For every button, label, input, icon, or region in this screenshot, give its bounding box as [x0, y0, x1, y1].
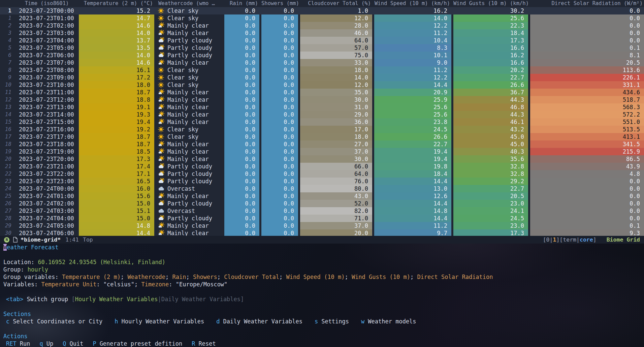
- grid-row[interactable]: 212023-07-23T21:0017.4Partly cloudy0.00.…: [0, 163, 644, 170]
- cell-windgusts: 22.3: [453, 22, 528, 29]
- switch-group-line[interactable]: <tab> Switch group [Hourly Weather Varia…: [3, 295, 641, 303]
- cell-windgusts: 20.5: [453, 192, 528, 200]
- line-number: 12: [0, 96, 15, 103]
- line-number: 7: [0, 59, 15, 66]
- grid-row[interactable]: 272023-07-24T03:0015.1Overcast0.00.082.0…: [0, 207, 644, 215]
- cell-cloudcover: 64.0: [300, 37, 372, 44]
- grid-row[interactable]: 172023-07-23T17:0018.7Clear sky0.00.018.…: [0, 133, 644, 140]
- weathercode-label: Mainly clear: [167, 22, 209, 29]
- line-number: 1: [0, 7, 15, 14]
- group-tab-daily[interactable]: Daily Weather Variables: [161, 296, 240, 303]
- grid-row[interactable]: 302023-07-24T06:0014.4Mainly clear0.00.0…: [0, 229, 644, 236]
- grid-row[interactable]: 92023-07-23T09:0017.2Clear sky0.00.014.0…: [0, 74, 644, 81]
- grid-row[interactable]: 262023-07-24T02:0015.0Partly cloudy0.00.…: [0, 200, 644, 207]
- grid-row[interactable]: 292023-07-24T05:0014.8Mainly clear0.00.0…: [0, 222, 644, 229]
- action-item-q[interactable]: QQuit: [63, 340, 83, 347]
- section-item-w[interactable]: wWeather models: [361, 318, 416, 325]
- column-header-time[interactable]: Time (iso8601): [17, 0, 77, 7]
- section-item-d[interactable]: dDaily Weather Variables: [216, 318, 302, 325]
- grid-row[interactable]: 282023-07-24T04:0015.0Partly cloudy0.00.…: [0, 215, 644, 222]
- grid-row[interactable]: 192023-07-23T19:0018.5Mainly clear0.00.0…: [0, 148, 644, 155]
- grid-row[interactable]: 22023-07-23T02:0014.6Mainly clear0.00.02…: [0, 22, 644, 29]
- cell-showers: 0.0: [261, 185, 298, 192]
- location-label: Location:: [3, 259, 34, 265]
- grid-row[interactable]: 62023-07-23T06:0014.0Partly cloudy0.00.0…: [0, 52, 644, 59]
- line-number: 19: [0, 148, 15, 155]
- grid-row[interactable]: 222023-07-23T22:0017.1Partly cloudy0.00.…: [0, 170, 644, 178]
- grid-row[interactable]: 162023-07-23T16:0019.2Clear sky0.00.017.…: [0, 126, 644, 133]
- cell-windspeed: 11.2: [374, 66, 451, 74]
- cell-time: 2023-07-23T05:00: [17, 44, 77, 52]
- key-hint: s: [315, 318, 318, 325]
- cell-windgusts: 16.6: [453, 59, 528, 66]
- cell-weathercode: Partly cloudy: [156, 44, 222, 52]
- cell-rain: 0.0: [224, 207, 259, 215]
- grid-row[interactable]: 52023-07-23T05:0013.5Partly cloudy0.00.0…: [0, 44, 644, 52]
- cell-solar: 0.0: [530, 200, 644, 207]
- cell-rain: 0.0: [224, 66, 259, 74]
- cell-solar: 413.1: [530, 133, 644, 140]
- action-item-ret[interactable]: RETRun: [6, 340, 30, 347]
- overcast-icon: [158, 208, 164, 214]
- mainly-clear-icon: [158, 141, 164, 148]
- grid-row[interactable]: 32023-07-23T03:0014.0Mainly clear0.00.04…: [0, 29, 644, 37]
- column-header-solar[interactable]: Direct Solar Radiation (W/m²): [530, 0, 644, 7]
- buffer-name[interactable]: *biome-grid*: [21, 236, 61, 243]
- cell-time: 2023-07-24T04:00: [17, 215, 77, 222]
- section-item-s[interactable]: sSettings: [315, 318, 349, 325]
- cell-rain: 0.0: [224, 52, 259, 59]
- grid-row[interactable]: 202023-07-23T20:0017.3Mainly clear0.00.0…: [0, 155, 644, 163]
- cell-windgusts: 16.6: [453, 44, 528, 52]
- cell-showers: 0.0: [261, 7, 298, 14]
- clear-icon: [158, 82, 164, 88]
- grid-row[interactable]: 232023-07-23T23:0016.5Partly cloudy0.00.…: [0, 178, 644, 185]
- cell-cloudcover: 31.0: [300, 103, 372, 111]
- action-item-q[interactable]: qUp: [39, 340, 53, 347]
- cell-solar: 0.0: [530, 7, 644, 14]
- cell-windspeed: 14.4: [374, 178, 451, 185]
- weathercode-label: Mainly clear: [167, 118, 209, 126]
- column-header-windspeed[interactable]: Wind Speed (10 m) (km/h): [374, 0, 451, 7]
- group-tab-hourly[interactable]: Hourly Weather Variables: [75, 296, 158, 303]
- cell-temperature: 17.4: [79, 163, 154, 170]
- column-header-showers[interactable]: Showers (mm): [261, 0, 298, 7]
- cell-weathercode: Partly cloudy: [156, 163, 222, 170]
- cell-showers: 0.0: [261, 52, 298, 59]
- cell-windgusts: 44.3: [453, 111, 528, 118]
- cell-time: 2023-07-23T03:00: [17, 29, 77, 37]
- cell-weathercode: Clear sky: [156, 7, 222, 14]
- grid-row[interactable]: 182023-07-23T18:0018.7Mainly clear0.00.0…: [0, 140, 644, 148]
- action-item-r[interactable]: RReset: [192, 340, 216, 347]
- grid-row[interactable]: 72023-07-23T07:0014.6Mainly clear0.00.03…: [0, 59, 644, 66]
- cell-weathercode: Mainly clear: [156, 222, 222, 229]
- cell-solar: 9.3: [530, 229, 644, 236]
- line-number: 24: [0, 185, 15, 192]
- cell-rain: 0.0: [224, 185, 259, 192]
- cell-windgusts: 26.6: [453, 81, 528, 89]
- grid-row[interactable]: 132023-07-23T13:0019.1Mainly clear0.00.0…: [0, 103, 644, 111]
- grid-row[interactable]: 42023-07-23T04:0013.7Partly cloudy0.00.0…: [0, 37, 644, 44]
- key-hint: c: [6, 318, 9, 325]
- grid-row[interactable]: 252023-07-24T01:0015.6Mainly clear0.00.0…: [0, 192, 644, 200]
- line-number: 22: [0, 170, 15, 178]
- grid-row[interactable]: 122023-07-23T12:0018.8Mainly clear0.00.0…: [0, 96, 644, 103]
- grid-row[interactable]: 82023-07-23T08:0016.1Clear sky0.00.018.0…: [0, 66, 644, 74]
- column-header-weathercode[interactable]: Weathercode (wmo …: [156, 0, 222, 7]
- grid-row[interactable]: 152023-07-23T15:0019.4Mainly clear0.00.0…: [0, 118, 644, 126]
- column-header-windgusts[interactable]: Wind Gusts (10 m) (km/h): [453, 0, 528, 7]
- section-item-h[interactable]: hHourly Weather Variables: [115, 318, 204, 325]
- section-item-c[interactable]: cSelect Coordinates or City: [6, 318, 102, 325]
- column-header-temperature[interactable]: Temperature (2 m) (°C): [79, 0, 154, 7]
- cell-rain: 0.0: [224, 148, 259, 155]
- cell-time: 2023-07-23T12:00: [17, 96, 77, 103]
- grid-row[interactable]: 102023-07-23T10:0018.0Clear sky0.00.012.…: [0, 81, 644, 89]
- column-header-rain[interactable]: Rain (mm): [224, 0, 259, 7]
- clear-icon: [158, 74, 164, 81]
- grid-row[interactable]: 242023-07-24T00:0016.0Overcast0.00.080.0…: [0, 185, 644, 192]
- grid-row-current[interactable]: 12023-07-23T00:0015.2Clear sky0.00.01.01…: [0, 7, 644, 14]
- action-item-p[interactable]: PGenerate preset defition: [93, 340, 182, 347]
- grid-row[interactable]: 142023-07-23T14:0019.3Mainly clear0.00.0…: [0, 111, 644, 118]
- grid-row[interactable]: 112023-07-23T11:0018.7Mainly clear0.00.0…: [0, 89, 644, 96]
- grid-row[interactable]: 12023-07-23T01:0014.7Clear sky0.00.012.0…: [0, 14, 644, 22]
- column-header-cloudcover[interactable]: Cloudcover Total (%): [300, 0, 372, 7]
